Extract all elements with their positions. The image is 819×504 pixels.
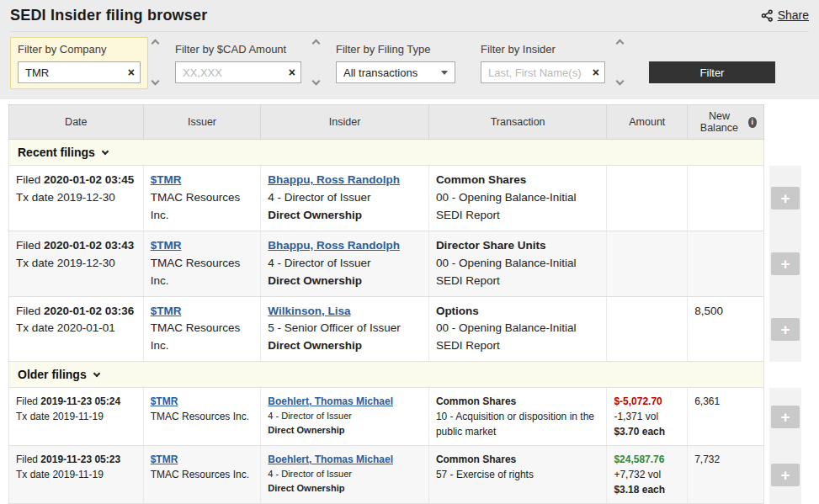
row-gutter: + — [769, 231, 801, 297]
amount-price: $3.70 each — [614, 424, 680, 439]
security-type: Options — [436, 303, 600, 321]
company-stepper[interactable] — [150, 37, 161, 89]
header-insider: Insider — [261, 105, 429, 139]
share-link[interactable]: Share — [761, 8, 809, 22]
filter-type-group: Filter by Filing Type All transactions — [328, 37, 463, 89]
insider-name-link[interactable]: Boehlert, Thomas Michael — [268, 454, 393, 465]
filing-row: Filed 2020-01-02 03:43 Tx date 2019-12-3… — [8, 231, 819, 297]
transaction-type: 00 - Opening Balance-Initial SEDI Report — [436, 189, 600, 225]
issuer-name: TMAC Resources Inc. — [151, 467, 254, 482]
issuer-cell: $TMR TMAC Resources Inc. — [144, 231, 262, 296]
header-new-balance: New Balance i — [688, 105, 763, 139]
transaction-cell: Common Shares 10 - Acquisition or dispos… — [429, 388, 608, 445]
insider-stepper[interactable] — [614, 37, 625, 89]
issuer-ticker-link[interactable]: $TMR — [151, 395, 178, 407]
issuer-ticker-link[interactable]: $TMR — [151, 173, 182, 186]
date-cell: Filed 2020-01-02 03:43 Tx date 2019-12-3… — [9, 231, 144, 296]
clear-insider-icon[interactable]: × — [593, 66, 599, 78]
stepper-up-icon[interactable] — [616, 40, 625, 48]
tx-date: Tx date 2019-12-30 — [16, 189, 136, 207]
info-icon[interactable]: i — [748, 117, 757, 128]
expand-row-button[interactable]: + — [771, 406, 800, 428]
ownership-type: Direct Ownership — [268, 337, 422, 355]
insider-role: 5 - Senior Officer of Issuer — [268, 320, 422, 337]
security-type: Director Share Units — [436, 237, 600, 255]
title-bar: SEDI Insider filing browser Share — [10, 7, 809, 32]
tx-value: 2019-11-19 — [52, 469, 104, 480]
clear-amount-icon[interactable]: × — [289, 66, 295, 78]
section-row: Recent filings — [8, 140, 819, 166]
transaction-type: 57 - Exercise of rights — [436, 467, 600, 482]
amount-cell: $-5,072.70 -1,371 vol $3.70 each — [607, 388, 688, 445]
expand-row-button[interactable]: + — [771, 318, 800, 341]
company-filter-input[interactable] — [19, 62, 140, 82]
insider-role: 4 - Director of Issuer — [268, 189, 422, 207]
tx-value: 2019-12-30 — [57, 257, 115, 269]
transaction-type: 00 - Opening Balance-Initial SEDI Report — [436, 255, 600, 290]
filter-button[interactable]: Filter — [649, 61, 775, 83]
header-gutter — [769, 104, 801, 140]
filed-value: 2020-01-02 03:43 — [44, 239, 134, 252]
tx-label: Tx date — [16, 191, 54, 204]
stepper-down-icon[interactable] — [152, 77, 160, 86]
section-gutter — [769, 140, 801, 166]
ownership-type: Direct Ownership — [268, 481, 422, 496]
row-gutter: + — [769, 388, 801, 446]
date-cell: Filed 2019-11-23 05:23 Tx date 2019-11-1… — [9, 446, 144, 503]
stepper-down-icon[interactable] — [312, 77, 321, 86]
filings-table: Date Issuer Insider Transaction Amount N… — [0, 99, 819, 504]
tx-date: Tx date 2019-12-30 — [16, 255, 136, 273]
insider-filter-input[interactable] — [481, 62, 604, 82]
section-header-recent[interactable]: Recent filings — [8, 140, 764, 166]
issuer-ticker-link[interactable]: $TMR — [151, 454, 178, 465]
issuer-cell: $TMR TMAC Resources Inc. — [144, 297, 262, 362]
issuer-ticker-link[interactable]: $TMR — [151, 305, 182, 317]
amount-value: $24,587.76 — [614, 452, 680, 467]
header-transaction: Transaction — [429, 105, 608, 139]
stepper-up-icon[interactable] — [312, 40, 321, 48]
expand-row-button[interactable]: + — [771, 464, 800, 486]
ownership-type: Direct Ownership — [268, 273, 422, 290]
transaction-type: 10 - Acquisition or disposition in the p… — [436, 409, 600, 439]
issuer-ticker-link[interactable]: $TMR — [151, 239, 182, 252]
filed-value: 2019-11-23 05:23 — [40, 454, 120, 465]
filed-date: Filed 2020-01-02 03:45 — [16, 172, 136, 189]
stepper-up-icon[interactable] — [152, 40, 160, 48]
insider-name-link[interactable]: Bhappu, Ross Randolph — [268, 239, 400, 252]
date-cell: Filed 2019-11-23 05:24 Tx date 2019-11-1… — [9, 388, 144, 445]
transaction-type: 00 - Opening Balance-Initial SEDI Report — [436, 320, 600, 355]
filing-row: Filed 2020-01-02 03:36 Tx date 2020-01-0… — [8, 297, 819, 363]
tx-label: Tx date — [16, 257, 54, 269]
filing-type-select[interactable]: All transactions — [336, 61, 455, 83]
filter-company-label: Filter by Company — [18, 43, 141, 56]
issuer-name: TMAC Resources Inc. — [151, 255, 254, 290]
section-gutter — [769, 362, 801, 388]
insider-cell: Bhappu, Ross Randolph 4 - Director of Is… — [261, 231, 429, 296]
expand-row-button[interactable]: + — [771, 187, 800, 210]
security-type: Common Shares — [436, 172, 600, 189]
insider-role: 4 - Director of Issuer — [268, 467, 422, 481]
insider-name-link[interactable]: Bhappu, Ross Randolph — [268, 173, 400, 186]
filing-row: Filed 2019-11-23 05:23 Tx date 2019-11-1… — [8, 446, 819, 504]
amount-stepper[interactable] — [311, 37, 322, 89]
filed-date: Filed 2019-11-23 05:23 — [16, 452, 136, 467]
filed-label: Filed — [16, 173, 40, 186]
tx-label: Tx date — [16, 411, 50, 422]
security-type: Common Shares — [436, 394, 600, 409]
tx-label: Tx date — [16, 321, 54, 334]
insider-cell: Wilkinson, Lisa 5 - Senior Officer of Is… — [261, 297, 429, 362]
insider-name-link[interactable]: Boehlert, Thomas Michael — [268, 395, 393, 407]
clear-company-icon[interactable]: × — [128, 66, 135, 78]
amount-volume: -1,371 vol — [614, 409, 680, 424]
issuer-name: TMAC Resources Inc. — [151, 320, 254, 355]
header-date: Date — [9, 105, 144, 139]
section-header-older[interactable]: Older filings — [8, 362, 764, 388]
section-row: Older filings — [8, 362, 819, 388]
amount-filter-input[interactable] — [176, 62, 300, 82]
insider-input-wrap: × — [481, 61, 605, 83]
stepper-down-icon[interactable] — [616, 77, 625, 86]
expand-row-button[interactable]: + — [771, 252, 800, 275]
date-cell: Filed 2020-01-02 03:45 Tx date 2019-12-3… — [9, 166, 144, 231]
insider-name-link[interactable]: Wilkinson, Lisa — [268, 305, 350, 317]
filter-type-label: Filter by Filing Type — [336, 43, 455, 56]
